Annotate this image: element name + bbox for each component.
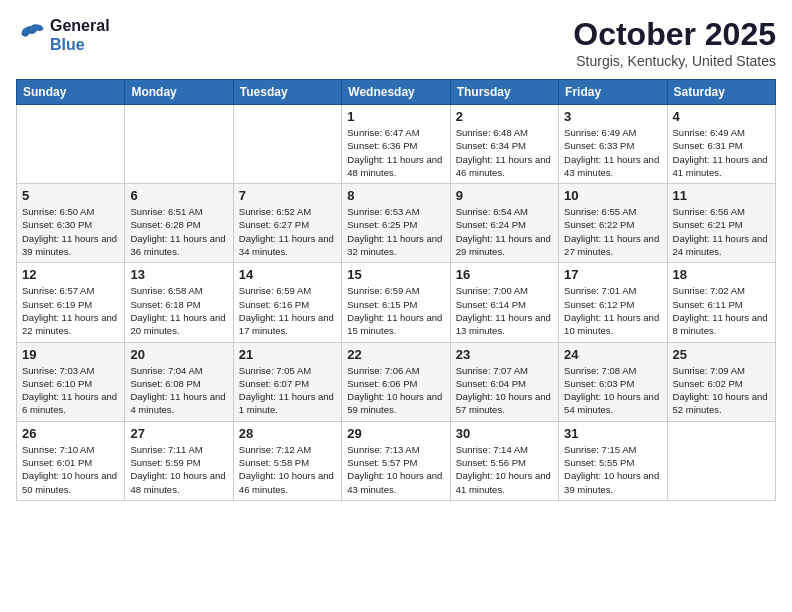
calendar-row: 5Sunrise: 6:50 AM Sunset: 6:30 PM Daylig… (17, 184, 776, 263)
day-number: 28 (239, 426, 336, 441)
day-number: 19 (22, 347, 119, 362)
col-friday: Friday (559, 80, 667, 105)
location: Sturgis, Kentucky, United States (573, 53, 776, 69)
table-row: 10Sunrise: 6:55 AM Sunset: 6:22 PM Dayli… (559, 184, 667, 263)
logo: General Blue (16, 16, 110, 54)
col-wednesday: Wednesday (342, 80, 450, 105)
day-info: Sunrise: 6:58 AM Sunset: 6:18 PM Dayligh… (130, 284, 227, 337)
day-info: Sunrise: 6:47 AM Sunset: 6:36 PM Dayligh… (347, 126, 444, 179)
day-info: Sunrise: 6:49 AM Sunset: 6:33 PM Dayligh… (564, 126, 661, 179)
logo-icon (16, 20, 46, 50)
table-row: 25Sunrise: 7:09 AM Sunset: 6:02 PM Dayli… (667, 342, 775, 421)
day-number: 12 (22, 267, 119, 282)
table-row: 14Sunrise: 6:59 AM Sunset: 6:16 PM Dayli… (233, 263, 341, 342)
day-info: Sunrise: 6:49 AM Sunset: 6:31 PM Dayligh… (673, 126, 770, 179)
day-number: 4 (673, 109, 770, 124)
day-number: 31 (564, 426, 661, 441)
calendar-header-row: Sunday Monday Tuesday Wednesday Thursday… (17, 80, 776, 105)
day-number: 15 (347, 267, 444, 282)
table-row: 9Sunrise: 6:54 AM Sunset: 6:24 PM Daylig… (450, 184, 558, 263)
day-info: Sunrise: 7:01 AM Sunset: 6:12 PM Dayligh… (564, 284, 661, 337)
col-monday: Monday (125, 80, 233, 105)
table-row: 20Sunrise: 7:04 AM Sunset: 6:08 PM Dayli… (125, 342, 233, 421)
day-info: Sunrise: 7:06 AM Sunset: 6:06 PM Dayligh… (347, 364, 444, 417)
day-number: 22 (347, 347, 444, 362)
day-number: 18 (673, 267, 770, 282)
day-number: 2 (456, 109, 553, 124)
month-title: October 2025 (573, 16, 776, 53)
day-number: 6 (130, 188, 227, 203)
calendar-row: 26Sunrise: 7:10 AM Sunset: 6:01 PM Dayli… (17, 421, 776, 500)
day-info: Sunrise: 7:13 AM Sunset: 5:57 PM Dayligh… (347, 443, 444, 496)
calendar-table: Sunday Monday Tuesday Wednesday Thursday… (16, 79, 776, 501)
day-info: Sunrise: 7:15 AM Sunset: 5:55 PM Dayligh… (564, 443, 661, 496)
table-row: 22Sunrise: 7:06 AM Sunset: 6:06 PM Dayli… (342, 342, 450, 421)
day-number: 24 (564, 347, 661, 362)
day-info: Sunrise: 6:59 AM Sunset: 6:15 PM Dayligh… (347, 284, 444, 337)
day-number: 25 (673, 347, 770, 362)
day-number: 17 (564, 267, 661, 282)
day-number: 3 (564, 109, 661, 124)
calendar-row: 19Sunrise: 7:03 AM Sunset: 6:10 PM Dayli… (17, 342, 776, 421)
day-number: 23 (456, 347, 553, 362)
day-number: 26 (22, 426, 119, 441)
day-info: Sunrise: 7:14 AM Sunset: 5:56 PM Dayligh… (456, 443, 553, 496)
day-info: Sunrise: 6:53 AM Sunset: 6:25 PM Dayligh… (347, 205, 444, 258)
day-number: 7 (239, 188, 336, 203)
day-number: 13 (130, 267, 227, 282)
table-row: 29Sunrise: 7:13 AM Sunset: 5:57 PM Dayli… (342, 421, 450, 500)
page-header: General Blue October 2025 Sturgis, Kentu… (16, 16, 776, 69)
table-row: 30Sunrise: 7:14 AM Sunset: 5:56 PM Dayli… (450, 421, 558, 500)
day-number: 10 (564, 188, 661, 203)
day-info: Sunrise: 6:57 AM Sunset: 6:19 PM Dayligh… (22, 284, 119, 337)
day-info: Sunrise: 7:03 AM Sunset: 6:10 PM Dayligh… (22, 364, 119, 417)
day-info: Sunrise: 6:52 AM Sunset: 6:27 PM Dayligh… (239, 205, 336, 258)
table-row: 1Sunrise: 6:47 AM Sunset: 6:36 PM Daylig… (342, 105, 450, 184)
table-row: 19Sunrise: 7:03 AM Sunset: 6:10 PM Dayli… (17, 342, 125, 421)
logo-text: General Blue (50, 16, 110, 54)
table-row: 11Sunrise: 6:56 AM Sunset: 6:21 PM Dayli… (667, 184, 775, 263)
day-info: Sunrise: 7:11 AM Sunset: 5:59 PM Dayligh… (130, 443, 227, 496)
day-number: 27 (130, 426, 227, 441)
day-info: Sunrise: 6:59 AM Sunset: 6:16 PM Dayligh… (239, 284, 336, 337)
table-row: 3Sunrise: 6:49 AM Sunset: 6:33 PM Daylig… (559, 105, 667, 184)
table-row: 13Sunrise: 6:58 AM Sunset: 6:18 PM Dayli… (125, 263, 233, 342)
day-number: 30 (456, 426, 553, 441)
day-info: Sunrise: 6:56 AM Sunset: 6:21 PM Dayligh… (673, 205, 770, 258)
calendar-row: 1Sunrise: 6:47 AM Sunset: 6:36 PM Daylig… (17, 105, 776, 184)
day-info: Sunrise: 7:08 AM Sunset: 6:03 PM Dayligh… (564, 364, 661, 417)
day-info: Sunrise: 6:55 AM Sunset: 6:22 PM Dayligh… (564, 205, 661, 258)
table-row: 4Sunrise: 6:49 AM Sunset: 6:31 PM Daylig… (667, 105, 775, 184)
table-row: 12Sunrise: 6:57 AM Sunset: 6:19 PM Dayli… (17, 263, 125, 342)
table-row: 6Sunrise: 6:51 AM Sunset: 6:28 PM Daylig… (125, 184, 233, 263)
title-block: October 2025 Sturgis, Kentucky, United S… (573, 16, 776, 69)
day-info: Sunrise: 7:04 AM Sunset: 6:08 PM Dayligh… (130, 364, 227, 417)
table-row: 31Sunrise: 7:15 AM Sunset: 5:55 PM Dayli… (559, 421, 667, 500)
day-number: 16 (456, 267, 553, 282)
day-info: Sunrise: 7:00 AM Sunset: 6:14 PM Dayligh… (456, 284, 553, 337)
day-info: Sunrise: 6:50 AM Sunset: 6:30 PM Dayligh… (22, 205, 119, 258)
table-row: 27Sunrise: 7:11 AM Sunset: 5:59 PM Dayli… (125, 421, 233, 500)
table-row: 15Sunrise: 6:59 AM Sunset: 6:15 PM Dayli… (342, 263, 450, 342)
day-number: 29 (347, 426, 444, 441)
table-row (667, 421, 775, 500)
day-number: 5 (22, 188, 119, 203)
day-info: Sunrise: 7:05 AM Sunset: 6:07 PM Dayligh… (239, 364, 336, 417)
table-row (125, 105, 233, 184)
table-row: 18Sunrise: 7:02 AM Sunset: 6:11 PM Dayli… (667, 263, 775, 342)
col-sunday: Sunday (17, 80, 125, 105)
table-row: 7Sunrise: 6:52 AM Sunset: 6:27 PM Daylig… (233, 184, 341, 263)
day-number: 21 (239, 347, 336, 362)
day-number: 14 (239, 267, 336, 282)
table-row: 24Sunrise: 7:08 AM Sunset: 6:03 PM Dayli… (559, 342, 667, 421)
col-saturday: Saturday (667, 80, 775, 105)
table-row: 16Sunrise: 7:00 AM Sunset: 6:14 PM Dayli… (450, 263, 558, 342)
day-info: Sunrise: 7:07 AM Sunset: 6:04 PM Dayligh… (456, 364, 553, 417)
table-row: 8Sunrise: 6:53 AM Sunset: 6:25 PM Daylig… (342, 184, 450, 263)
table-row: 21Sunrise: 7:05 AM Sunset: 6:07 PM Dayli… (233, 342, 341, 421)
day-info: Sunrise: 7:12 AM Sunset: 5:58 PM Dayligh… (239, 443, 336, 496)
table-row: 17Sunrise: 7:01 AM Sunset: 6:12 PM Dayli… (559, 263, 667, 342)
col-thursday: Thursday (450, 80, 558, 105)
day-number: 20 (130, 347, 227, 362)
table-row: 5Sunrise: 6:50 AM Sunset: 6:30 PM Daylig… (17, 184, 125, 263)
